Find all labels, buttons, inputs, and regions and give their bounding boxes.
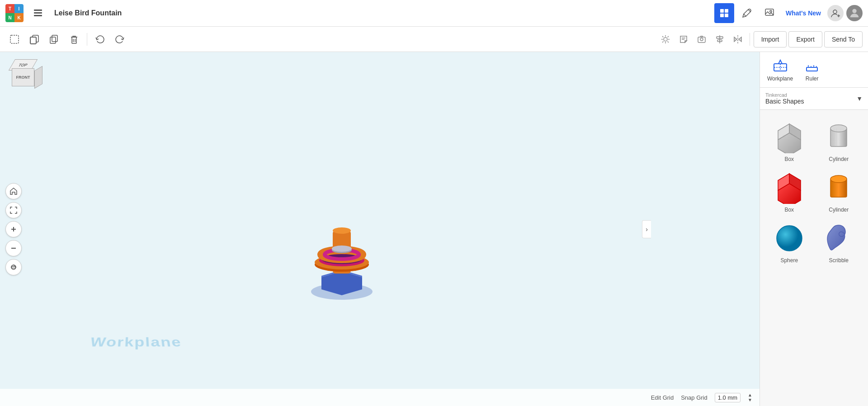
- tinkercad-logo[interactable]: T I N K: [5, 4, 24, 22]
- shapes-dropdown-arrow: ▼: [856, 95, 863, 102]
- logo-i: I: [14, 4, 24, 13]
- shapes-grid: Box: [760, 110, 868, 271]
- cylinder-gray-label: Cylinder: [829, 156, 849, 162]
- whats-new-link[interactable]: What's New: [782, 9, 825, 17]
- snap-grid-arrows: ▲ ▼: [748, 392, 752, 402]
- svg-marker-39: [734, 37, 737, 42]
- shape-box-red[interactable]: Box: [767, 168, 811, 213]
- ruler-icon: [804, 57, 820, 74]
- shapes-title-label: Basic Shapes: [765, 98, 856, 105]
- panel-collapse-button[interactable]: ›: [642, 220, 651, 238]
- svg-point-62: [332, 245, 352, 252]
- zoom-out-button[interactable]: [5, 240, 22, 256]
- svg-point-33: [700, 38, 703, 41]
- svg-point-22: [664, 38, 667, 41]
- logo-k: K: [14, 13, 24, 22]
- mirror-tool-button[interactable]: [730, 31, 746, 47]
- shape-cylinder-orange[interactable]: Cylinder: [817, 168, 861, 213]
- svg-point-88: [777, 226, 802, 251]
- project-title: Leise Bird Fountain: [54, 9, 122, 17]
- notes-tool-button[interactable]: [675, 31, 692, 47]
- shapes-dropdown[interactable]: Tinkercad Basic Shapes ▼: [760, 88, 868, 110]
- logo-t: T: [5, 4, 14, 13]
- shapes-provider-label: Tinkercad: [765, 92, 856, 98]
- svg-rect-13: [10, 35, 19, 43]
- snap-decrease-button[interactable]: ▼: [748, 397, 752, 402]
- cylinder-gray-thumbnail: [821, 117, 857, 153]
- main-area: Workplane TOP FRONT: [0, 52, 868, 406]
- svg-line-29: [667, 36, 669, 38]
- snap-increase-button[interactable]: ▲: [748, 392, 752, 397]
- svg-line-28: [667, 41, 669, 42]
- shape-scribble[interactable]: Scribble: [817, 218, 861, 264]
- edit-grid-button[interactable]: Edit Grid: [651, 394, 674, 401]
- svg-point-12: [852, 9, 856, 13]
- svg-marker-40: [739, 37, 741, 42]
- right-panel: Workplane Ruler Tinkercad: [760, 52, 868, 406]
- workplane-icon: [772, 57, 788, 74]
- svg-point-8: [770, 10, 772, 12]
- svg-rect-2: [34, 15, 42, 16]
- duplicate-button[interactable]: [45, 30, 63, 48]
- top-navigation: T I N K Leise Bird Fountain: [0, 0, 868, 27]
- view-cube[interactable]: TOP FRONT: [7, 59, 39, 91]
- workplane-tool[interactable]: Workplane: [767, 57, 793, 82]
- home-view-button[interactable]: [5, 183, 22, 199]
- cylinder-orange-label: Cylinder: [829, 207, 849, 213]
- viewport-bottom-bar: Edit Grid Snap Grid 1.0 mm ▲ ▼: [0, 389, 760, 406]
- shape-cylinder-gray[interactable]: Cylinder: [817, 117, 861, 162]
- menu-icon-button[interactable]: [28, 3, 48, 23]
- view-controls: [5, 183, 22, 275]
- add-user-button[interactable]: [827, 5, 844, 21]
- shape-sphere-blue[interactable]: Sphere: [767, 218, 811, 264]
- undo-button[interactable]: [91, 30, 109, 48]
- svg-rect-1: [34, 12, 42, 14]
- snap-grid-value: 1.0 mm: [715, 393, 741, 402]
- svg-rect-18: [52, 35, 57, 42]
- svg-rect-66: [807, 67, 817, 71]
- deselect-button[interactable]: [5, 30, 24, 48]
- svg-rect-17: [50, 37, 56, 43]
- camera-tool-button[interactable]: [693, 31, 710, 47]
- import-button[interactable]: Import: [754, 31, 787, 47]
- align-tool-button[interactable]: [712, 31, 728, 47]
- svg-point-9: [833, 10, 837, 14]
- fit-view-button[interactable]: [5, 202, 22, 218]
- toolbar-divider-1: [87, 33, 87, 46]
- redo-button[interactable]: [111, 30, 129, 48]
- export-button[interactable]: Export: [788, 31, 822, 47]
- copy-button[interactable]: [25, 30, 43, 48]
- logo-n: N: [5, 13, 14, 22]
- 3d-viewport[interactable]: Workplane TOP FRONT: [0, 52, 760, 406]
- view-cube-box: TOP FRONT: [7, 59, 39, 91]
- rotate-view-button[interactable]: [5, 259, 22, 275]
- delete-button[interactable]: [65, 30, 83, 48]
- box-red-label: Box: [784, 207, 794, 213]
- scribble-thumbnail: [821, 218, 857, 255]
- sphere-blue-thumbnail: [771, 218, 807, 255]
- user-avatar[interactable]: [846, 5, 863, 21]
- ruler-tool[interactable]: Ruler: [804, 57, 820, 82]
- toolbar-divider-2: [750, 33, 750, 46]
- box-red-thumbnail: [771, 168, 807, 204]
- sphere-blue-label: Sphere: [780, 257, 798, 264]
- svg-rect-5: [720, 14, 724, 17]
- grid-view-button[interactable]: [714, 3, 734, 23]
- tools-button[interactable]: [737, 3, 757, 23]
- shape-box-gray[interactable]: Box: [767, 117, 811, 162]
- gallery-button[interactable]: [760, 3, 779, 23]
- svg-point-54: [333, 227, 351, 234]
- bird-fountain-object: [283, 151, 401, 307]
- cube-front-face: FRONT: [12, 68, 34, 86]
- send-to-button[interactable]: Send To: [824, 31, 863, 47]
- svg-rect-15: [30, 37, 36, 44]
- svg-rect-6: [725, 14, 728, 17]
- workplane-tool-label: Workplane: [767, 76, 793, 82]
- light-tool-button[interactable]: [657, 31, 674, 47]
- svg-line-27: [662, 36, 664, 38]
- svg-line-30: [662, 41, 664, 42]
- snap-grid-label: Snap Grid: [681, 394, 708, 401]
- zoom-in-button[interactable]: [5, 221, 22, 237]
- box-gray-label: Box: [784, 156, 794, 162]
- workplane-label: Workplane: [89, 335, 183, 349]
